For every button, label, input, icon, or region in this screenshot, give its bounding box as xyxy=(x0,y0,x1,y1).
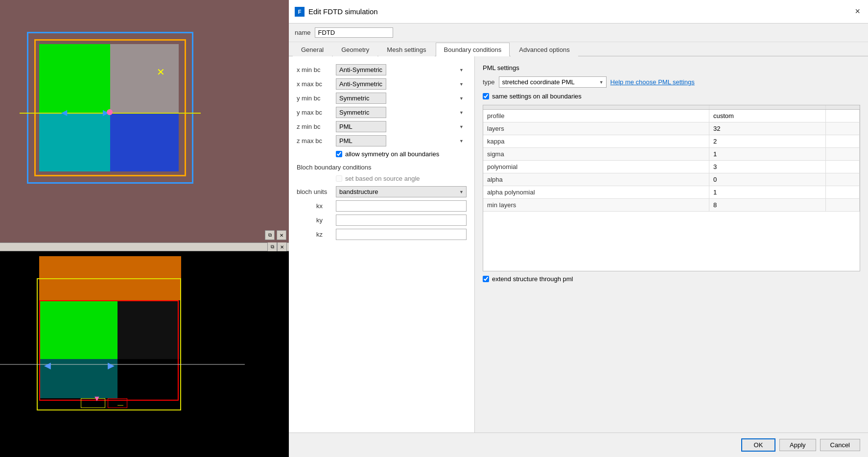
same-settings-checkbox[interactable] xyxy=(483,93,489,99)
x-min-bc-select[interactable]: Anti-Symmetric Symmetric PML Periodic Bl… xyxy=(336,64,386,75)
pml-table-row: sigma 1 xyxy=(483,148,860,161)
pink-dot xyxy=(107,109,113,115)
bc-section: x min bc Anti-Symmetric Symmetric PML Pe… xyxy=(289,56,475,433)
allow-symmetry-row: allow symmetry on all boundaries xyxy=(336,150,467,158)
z-max-bc-select-wrapper: PML Anti-Symmetric Symmetric Periodic Bl… xyxy=(336,135,467,146)
kx-label: kx xyxy=(297,202,336,210)
x-max-bc-select[interactable]: Anti-Symmetric Symmetric PML Periodic Bl… xyxy=(336,78,386,90)
tab-geometry[interactable]: Geometry xyxy=(333,43,377,56)
tab-general[interactable]: General xyxy=(293,43,332,56)
blue-rect xyxy=(110,113,179,171)
same-settings-row: same settings on all boundaries xyxy=(483,93,860,100)
pml-property-cell: layers xyxy=(483,122,709,135)
pml-property-cell: min layers xyxy=(483,199,709,212)
pml-type-select[interactable]: stretched coordinate PML standard PML xyxy=(499,76,607,88)
bv-pink-dot: ▼ xyxy=(93,394,101,403)
name-label: name xyxy=(295,29,311,36)
pml-section: PML settings type stretched coordinate P… xyxy=(475,56,868,433)
bv-arrow-right: ▶ xyxy=(108,360,115,371)
pml-value-cell: 8 xyxy=(709,199,825,212)
kx-input[interactable] xyxy=(336,200,467,212)
pml-extra-cell xyxy=(826,148,860,161)
bloch-units-select[interactable]: bandstructure SI other xyxy=(336,186,467,197)
dialog-content: x min bc Anti-Symmetric Symmetric PML Pe… xyxy=(289,56,868,433)
bloch-section-title: Bloch boundary conditions xyxy=(297,164,467,171)
pml-col-header-2 xyxy=(709,105,825,110)
restore-btn-2[interactable]: ⧉ xyxy=(267,242,277,252)
bv-arrow-left: ◀ xyxy=(44,360,51,371)
allow-symmetry-checkbox[interactable] xyxy=(336,151,342,157)
x-max-bc-label: x max bc xyxy=(297,80,336,88)
left-panel: ✕ ⧉ ✕ ⧉ ✕ ◀ ▶ ▼ — xyxy=(0,0,289,457)
dialog-close-button[interactable]: × xyxy=(853,6,862,17)
kz-label: kz xyxy=(297,231,336,238)
pml-extra-cell xyxy=(826,173,860,186)
z-max-bc-row: z max bc PML Anti-Symmetric Symmetric Pe… xyxy=(297,135,467,146)
pml-extra-cell xyxy=(826,122,860,135)
cancel-button[interactable]: Cancel xyxy=(820,439,860,451)
viewport-bottom[interactable]: ◀ ▶ ▼ — xyxy=(0,251,289,457)
pml-value-cell: 1 xyxy=(709,148,825,161)
pml-col-header-1 xyxy=(483,105,709,110)
tab-boundary-conditions[interactable]: Boundary conditions xyxy=(436,43,510,56)
y-min-bc-select[interactable]: Symmetric Anti-Symmetric PML Periodic Bl… xyxy=(336,93,386,104)
apply-button[interactable]: Apply xyxy=(779,439,816,451)
kz-row: kz xyxy=(297,229,467,240)
pml-property-cell: kappa xyxy=(483,135,709,148)
pml-col-header-3 xyxy=(826,105,860,110)
ky-label: ky xyxy=(297,216,336,224)
close-btn[interactable]: ✕ xyxy=(277,230,286,240)
y-min-bc-label: y min bc xyxy=(297,95,336,102)
pml-table-row: polynomial 3 xyxy=(483,161,860,173)
close-btn-2[interactable]: ✕ xyxy=(277,242,287,252)
dialog-titlebar: F Edit FDTD simulation × xyxy=(289,0,868,24)
ok-button[interactable]: OK xyxy=(741,438,775,452)
kz-input[interactable] xyxy=(336,229,467,240)
pml-property-cell: sigma xyxy=(483,148,709,161)
pml-property-cell: alpha xyxy=(483,173,709,186)
green-rect xyxy=(39,44,110,113)
x-max-bc-row: x max bc Anti-Symmetric Symmetric PML Pe… xyxy=(297,78,467,90)
bloch-units-label: bloch units xyxy=(297,188,336,195)
extend-checkbox[interactable] xyxy=(483,276,489,282)
x-min-bc-label: x min bc xyxy=(297,66,336,73)
gray-rect xyxy=(110,44,179,113)
ky-input[interactable] xyxy=(336,215,467,226)
pml-help-link[interactable]: Help me choose PML settings xyxy=(610,78,695,86)
extend-label: extend structure through pml xyxy=(492,275,573,283)
pml-extra-cell xyxy=(826,110,860,122)
y-max-bc-row: y max bc Symmetric Anti-Symmetric PML Pe… xyxy=(297,107,467,118)
x-min-bc-row: x min bc Anti-Symmetric Symmetric PML Pe… xyxy=(297,64,467,75)
set-based-label: set based on source angle xyxy=(345,175,420,182)
y-max-bc-label: y max bc xyxy=(297,109,336,116)
viewport-top[interactable]: ✕ ⧉ ✕ xyxy=(0,0,289,242)
tab-advanced-options[interactable]: Advanced options xyxy=(511,43,578,56)
pml-property-cell: alpha polynomial xyxy=(483,186,709,199)
dialog-title-text: Edit FDTD simulation xyxy=(308,7,378,16)
pml-extra-cell xyxy=(826,135,860,148)
pml-value-cell: 0 xyxy=(709,173,825,186)
same-settings-label: same settings on all boundaries xyxy=(492,93,582,100)
tabs-row: General Geometry Mesh settings Boundary … xyxy=(289,42,868,56)
pml-table-row: kappa 2 xyxy=(483,135,860,148)
bloch-units-row: bloch units bandstructure SI other xyxy=(297,186,467,197)
pml-value-cell: 32 xyxy=(709,122,825,135)
x-min-bc-select-wrapper: Anti-Symmetric Symmetric PML Periodic Bl… xyxy=(336,64,467,75)
dialog-title: F Edit FDTD simulation xyxy=(295,7,378,17)
pml-extra-cell xyxy=(826,186,860,199)
z-min-bc-select[interactable]: PML Anti-Symmetric Symmetric Periodic Bl… xyxy=(336,121,386,132)
dialog-footer: OK Apply Cancel xyxy=(289,433,868,457)
tab-mesh-settings[interactable]: Mesh settings xyxy=(378,43,434,56)
pml-table-container[interactable]: profile custom layers 32 kappa 2 sigma 1… xyxy=(483,105,860,271)
dialog-panel: F Edit FDTD simulation × name General Ge… xyxy=(289,0,868,457)
pml-value-cell: custom xyxy=(709,110,825,122)
pml-type-label: type xyxy=(483,78,495,86)
y-max-bc-select[interactable]: Symmetric Anti-Symmetric PML Periodic Bl… xyxy=(336,107,386,118)
restore-btn[interactable]: ⧉ xyxy=(265,230,275,240)
name-input[interactable] xyxy=(315,27,393,38)
pml-table: profile custom layers 32 kappa 2 sigma 1… xyxy=(483,105,860,212)
z-max-bc-select[interactable]: PML Anti-Symmetric Symmetric Periodic Bl… xyxy=(336,135,386,146)
pml-value-cell: 2 xyxy=(709,135,825,148)
cross-marker: ✕ xyxy=(157,66,165,78)
name-row: name xyxy=(289,24,868,42)
